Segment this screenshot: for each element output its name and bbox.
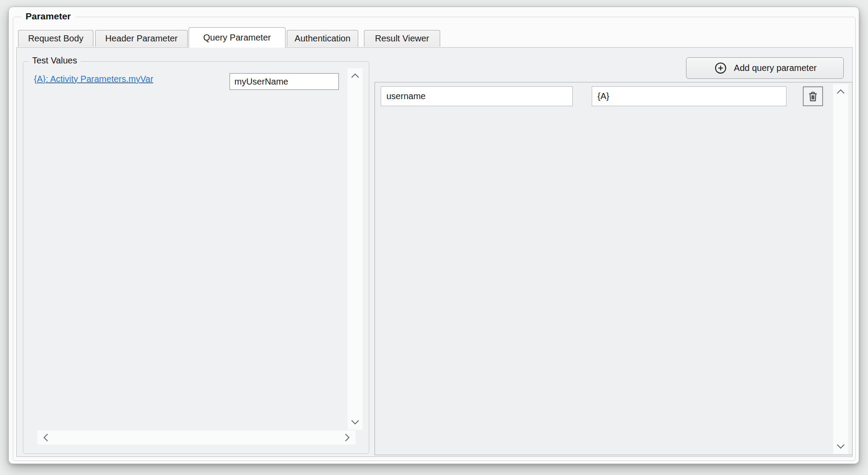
tab-header-parameter[interactable]: Header Parameter — [95, 30, 188, 47]
parameter-group-label: Parameter — [21, 11, 75, 22]
plus-circle-icon — [713, 61, 728, 75]
tab-query-parameter[interactable]: Query Parameter — [189, 27, 286, 48]
tab-label: Result Viewer — [375, 33, 429, 44]
query-parameter-tab-panel: Test Values {A}: Activity Parameters.myV… — [16, 47, 853, 457]
tab-label: Query Parameter — [203, 33, 271, 43]
parameter-list-vertical-scrollbar[interactable] — [833, 84, 848, 454]
chevron-up-icon[interactable] — [836, 87, 846, 96]
query-parameter-list — [375, 82, 853, 455]
chevron-down-icon[interactable] — [836, 442, 846, 451]
test-value-input[interactable] — [230, 73, 339, 90]
parameter-value-input[interactable] — [592, 86, 786, 106]
tab-label: Header Parameter — [105, 33, 178, 44]
tab-label: Request Body — [28, 33, 84, 44]
delete-parameter-button[interactable] — [803, 86, 823, 106]
chevron-down-icon[interactable] — [350, 417, 360, 427]
trash-icon — [807, 90, 819, 103]
activity-parameter-link[interactable]: {A}: Activity Parameters.myVar — [34, 74, 153, 84]
screen: Parameter Request Body Header Parameter … — [0, 0, 868, 475]
chevron-right-icon[interactable] — [342, 433, 352, 442]
chevron-left-icon[interactable] — [41, 433, 51, 442]
parameter-name-input[interactable] — [381, 86, 573, 106]
tab-result-viewer[interactable]: Result Viewer — [364, 30, 440, 47]
test-values-horizontal-scrollbar[interactable] — [37, 430, 356, 445]
add-query-parameter-label: Add query parameter — [734, 63, 817, 73]
test-values-group-label: Test Values — [29, 56, 81, 66]
tab-label: Authentication — [295, 33, 351, 44]
test-values-groupbox: Test Values {A}: Activity Parameters.myV… — [23, 61, 369, 454]
tab-request-body[interactable]: Request Body — [18, 30, 93, 47]
add-query-parameter-button[interactable]: Add query parameter — [686, 57, 844, 79]
tab-authentication[interactable]: Authentication — [287, 30, 358, 47]
parameter-window: Parameter Request Body Header Parameter … — [8, 7, 859, 464]
test-values-vertical-scrollbar[interactable] — [348, 68, 363, 430]
chevron-up-icon[interactable] — [350, 71, 360, 81]
